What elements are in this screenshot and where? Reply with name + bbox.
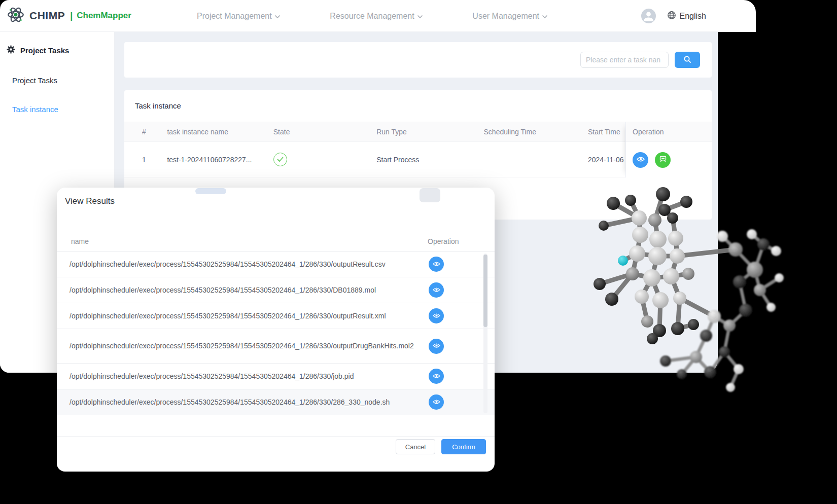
eye-icon bbox=[433, 261, 440, 268]
brand: CHIMP | ChemMapper bbox=[0, 5, 167, 26]
cell-run-type: Start Process bbox=[376, 156, 483, 164]
modal-scrollbar-track[interactable] bbox=[483, 254, 487, 413]
result-path: /opt/dolphinscheduler/exec/process/15545… bbox=[69, 340, 426, 352]
modal-footer: Cancel Confirm bbox=[396, 439, 486, 454]
modal-col-operation: Operation bbox=[428, 237, 459, 245]
sidebar-item-project-tasks[interactable]: Project Tasks bbox=[0, 76, 114, 85]
cell-start-time: 2024-11-06 bbox=[588, 156, 625, 164]
brand-separator: | bbox=[70, 11, 73, 21]
chevron-down-icon bbox=[274, 12, 281, 21]
nav-menus: Project Management Resource Management U… bbox=[197, 0, 548, 32]
magnifier-icon bbox=[683, 55, 691, 65]
nav-resource-management[interactable]: Resource Management bbox=[330, 12, 423, 21]
modal-col-name: name bbox=[71, 237, 89, 245]
col-start-time: Start Time bbox=[588, 128, 625, 136]
task-name-search-field[interactable] bbox=[580, 52, 669, 68]
eye-icon bbox=[433, 399, 440, 406]
search-card bbox=[124, 42, 712, 78]
nav-label: Resource Management bbox=[330, 12, 414, 21]
view-log-button[interactable] bbox=[655, 152, 671, 168]
language-label: English bbox=[680, 12, 706, 21]
brand-name: CHIMP bbox=[29, 10, 65, 22]
chevron-down-icon bbox=[542, 12, 548, 21]
view-file-button[interactable] bbox=[429, 394, 444, 410]
col-scheduling-time: Scheduling Time bbox=[484, 128, 588, 136]
result-row: /opt/dolphinscheduler/exec/process/15545… bbox=[57, 277, 495, 303]
eye-icon bbox=[433, 312, 440, 320]
result-row: /opt/dolphinscheduler/exec/process/15545… bbox=[57, 329, 495, 364]
nav-user-management[interactable]: User Management bbox=[472, 12, 548, 21]
modal-scrollbar-thumb[interactable] bbox=[483, 255, 487, 327]
search-button[interactable] bbox=[675, 52, 700, 68]
col-run-type: Run Type bbox=[376, 128, 483, 136]
result-path: /opt/dolphinscheduler/exec/process/15545… bbox=[69, 259, 426, 270]
col-operation: Operation bbox=[626, 122, 712, 142]
eye-icon bbox=[433, 373, 440, 380]
sidebar-item-task-instance[interactable]: Task instance bbox=[0, 105, 114, 114]
cell-index: 1 bbox=[142, 156, 167, 164]
col-state: State bbox=[273, 128, 376, 136]
result-path: /opt/dolphinscheduler/exec/process/15545… bbox=[69, 397, 426, 408]
result-path: /opt/dolphinscheduler/exec/process/15545… bbox=[69, 310, 426, 322]
molecule-3d-graphic bbox=[573, 180, 801, 405]
nav-right: English bbox=[641, 0, 706, 32]
nav-label: User Management bbox=[472, 12, 539, 21]
view-file-button[interactable] bbox=[429, 308, 444, 323]
view-file-button[interactable] bbox=[429, 257, 444, 272]
user-avatar[interactable] bbox=[641, 9, 656, 23]
operation-sticky-column: Operation bbox=[625, 122, 712, 177]
globe-icon bbox=[667, 11, 676, 22]
col-task-name: task instance name bbox=[167, 128, 273, 136]
eye-icon bbox=[433, 286, 440, 294]
modal-title: View Results bbox=[65, 196, 115, 206]
view-results-modal: View Results name Operation /opt/dolphin… bbox=[57, 188, 495, 472]
chevron-down-icon bbox=[417, 12, 423, 21]
view-file-button[interactable] bbox=[429, 282, 444, 298]
result-row: /opt/dolphinscheduler/exec/process/15545… bbox=[57, 303, 495, 329]
divider bbox=[57, 436, 495, 437]
modal-table-header: name Operation bbox=[57, 232, 495, 251]
nav-label: Project Management bbox=[197, 12, 272, 21]
view-file-button[interactable] bbox=[429, 369, 444, 384]
view-results-button[interactable] bbox=[633, 152, 648, 168]
view-file-button[interactable] bbox=[429, 339, 444, 354]
nav-project-management[interactable]: Project Management bbox=[197, 12, 281, 21]
eye-icon bbox=[433, 342, 440, 350]
check-circle-icon bbox=[273, 153, 287, 166]
cell-state bbox=[273, 153, 376, 166]
modal-result-list: /opt/dolphinscheduler/exec/process/15545… bbox=[57, 251, 495, 415]
col-index: # bbox=[142, 128, 167, 136]
board-icon bbox=[659, 155, 667, 164]
cell-task-name: test-1-202411060728227... bbox=[167, 156, 273, 164]
cancel-button[interactable]: Cancel bbox=[396, 439, 435, 454]
table-row: 1 test-1-202411060728227... Start Proces… bbox=[124, 142, 625, 177]
pagination-pill[interactable] bbox=[420, 188, 440, 202]
sidebar-group-label: Project Tasks bbox=[20, 46, 69, 55]
language-switcher[interactable]: English bbox=[667, 11, 706, 22]
brand-product: ChemMapper bbox=[77, 11, 131, 21]
result-path: /opt/dolphinscheduler/exec/process/15545… bbox=[69, 284, 426, 296]
horizontal-scrollbar-thumb[interactable] bbox=[195, 188, 226, 194]
result-path: /opt/dolphinscheduler/exec/process/15545… bbox=[69, 371, 426, 382]
atom-logo-icon bbox=[6, 5, 25, 26]
top-navbar: CHIMP | ChemMapper Project Management Re… bbox=[0, 0, 756, 32]
table-header: # task instance name State Run Type Sche… bbox=[124, 122, 625, 142]
result-row: /opt/dolphinscheduler/exec/process/15545… bbox=[57, 364, 495, 389]
card-title: Task instance bbox=[124, 90, 712, 110]
eye-icon bbox=[637, 156, 645, 164]
sidebar-group-project-tasks[interactable]: Project Tasks bbox=[0, 32, 114, 56]
confirm-button[interactable]: Confirm bbox=[441, 439, 486, 454]
result-row: /opt/dolphinscheduler/exec/process/15545… bbox=[57, 389, 495, 415]
result-row: /opt/dolphinscheduler/exec/process/15545… bbox=[57, 251, 495, 277]
cell-operation bbox=[626, 142, 712, 177]
search-input[interactable] bbox=[586, 56, 663, 64]
gear-icon bbox=[7, 45, 15, 56]
